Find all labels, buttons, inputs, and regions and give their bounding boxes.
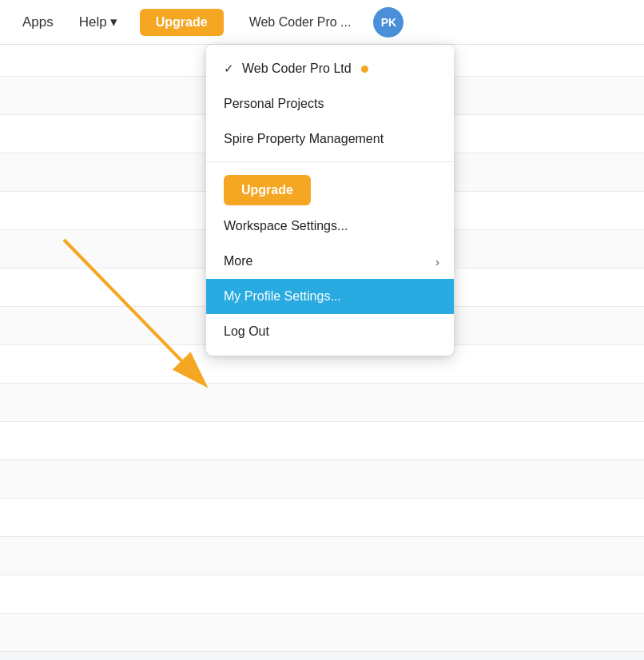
spire-label: Spire Property Management	[224, 132, 384, 146]
nav-workspace-label[interactable]: Web Coder Pro ...	[243, 12, 358, 33]
dropdown-menu: ✓ Web Coder Pro Ltd Personal Projects Sp…	[206, 45, 454, 356]
nav-help[interactable]: Help ▾	[73, 10, 124, 34]
dropdown-upgrade-wrapper: Upgrade	[206, 167, 454, 209]
profile-settings-label: My Profile Settings...	[224, 289, 341, 304]
upgrade-button[interactable]: Upgrade	[140, 9, 224, 36]
help-chevron-icon: ▾	[110, 14, 117, 30]
dropdown-item-workspace-settings[interactable]: Workspace Settings...	[206, 209, 454, 244]
workspace-name-label: Web Coder Pro Ltd	[242, 62, 352, 76]
dropdown-item-workspace[interactable]: ✓ Web Coder Pro Ltd	[206, 51, 454, 86]
checkmark-icon: ✓	[224, 62, 234, 76]
avatar[interactable]: PK	[373, 7, 403, 38]
online-dot	[361, 66, 368, 73]
dropdown-item-more[interactable]: More ›	[206, 244, 454, 279]
divider-1	[206, 161, 454, 162]
dropdown-item-spire[interactable]: Spire Property Management	[206, 121, 454, 157]
more-label: More	[224, 254, 252, 268]
nav-apps[interactable]: Apps	[16, 11, 60, 34]
logout-label: Log Out	[224, 324, 269, 339]
dropdown-item-logout[interactable]: Log Out	[206, 314, 454, 349]
navbar: Apps Help ▾ Upgrade Web Coder Pro ... PK	[0, 0, 644, 45]
workspace-settings-label: Workspace Settings...	[224, 219, 348, 233]
dropdown-item-profile-settings[interactable]: My Profile Settings...	[206, 279, 454, 314]
chevron-right-icon: ›	[435, 255, 439, 268]
dropdown-item-personal-projects[interactable]: Personal Projects	[206, 86, 454, 121]
personal-projects-label: Personal Projects	[224, 97, 324, 111]
dropdown-upgrade-button[interactable]: Upgrade	[224, 175, 311, 205]
